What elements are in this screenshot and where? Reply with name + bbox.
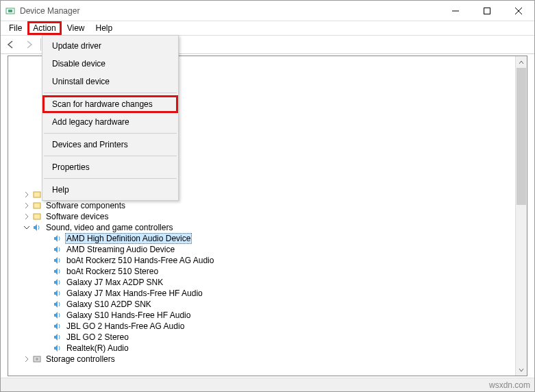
tree-device[interactable]: Galaxy J7 Max A2DP SNK xyxy=(8,277,527,288)
menu-devices-printers[interactable]: Devices and Printers xyxy=(42,136,178,154)
device-category-icon xyxy=(32,189,42,200)
chevron-right-icon[interactable] xyxy=(22,202,32,209)
tree-device[interactable]: AMD High Definition Audio Device xyxy=(8,233,527,244)
back-button[interactable] xyxy=(3,37,18,52)
tree-device[interactable]: boAt Rockerz 510 Hands-Free AG Audio xyxy=(8,255,527,266)
menu-file[interactable]: File xyxy=(3,22,27,34)
menu-separator xyxy=(44,93,177,93)
speaker-icon xyxy=(52,266,63,277)
device-label: Galaxy S10 A2DP SNK xyxy=(65,299,153,309)
category-label: Software components xyxy=(45,201,127,210)
window-title: Device Manager xyxy=(20,6,440,16)
tree-category[interactable]: Software devices xyxy=(8,211,527,222)
speaker-icon xyxy=(52,255,63,266)
tree-device[interactable]: Galaxy J7 Max Hands-Free HF Audio xyxy=(8,288,527,299)
titlebar: Device Manager xyxy=(1,1,534,21)
menu-scan-hardware[interactable]: Scan for hardware changes xyxy=(42,95,178,113)
category-label: Storage controllers xyxy=(45,354,116,364)
speaker-icon xyxy=(52,244,63,255)
speaker-icon xyxy=(52,310,63,321)
device-label: Realtek(R) Audio xyxy=(65,343,130,353)
menu-help[interactable]: Help xyxy=(90,22,119,34)
device-category-icon xyxy=(32,211,42,222)
action-dropdown: Update driver Disable device Uninstall d… xyxy=(42,35,179,201)
speaker-icon xyxy=(52,332,63,343)
scroll-down-button[interactable] xyxy=(516,364,527,376)
menu-separator xyxy=(44,156,177,156)
chevron-down-icon[interactable] xyxy=(22,224,32,231)
window-controls xyxy=(440,1,534,21)
speaker-icon xyxy=(52,288,63,299)
device-label: AMD High Definition Audio Device xyxy=(65,233,192,244)
device-label: JBL GO 2 Stereo xyxy=(65,332,130,342)
speaker-icon xyxy=(52,321,63,332)
menubar: File Action View Help xyxy=(1,21,534,35)
svg-point-10 xyxy=(36,358,38,360)
tree-device[interactable]: AMD Streaming Audio Device xyxy=(8,244,527,255)
storage-category-icon xyxy=(32,354,42,365)
toolbar-separator xyxy=(40,38,41,51)
svg-rect-6 xyxy=(34,192,40,197)
tree-category-expanded[interactable]: Sound, video and game controllers xyxy=(8,222,527,233)
speaker-icon xyxy=(52,343,63,354)
menu-view[interactable]: View xyxy=(62,22,90,34)
svg-rect-7 xyxy=(34,203,40,208)
svg-rect-3 xyxy=(484,8,490,14)
status-text: wsxdn.com xyxy=(489,380,530,390)
minimize-button[interactable] xyxy=(440,1,471,21)
menu-add-legacy[interactable]: Add legacy hardware xyxy=(42,113,178,131)
vertical-scrollbar[interactable] xyxy=(515,56,527,376)
speaker-icon xyxy=(52,233,63,244)
scroll-thumb[interactable] xyxy=(517,68,526,205)
tree-device[interactable]: JBL GO 2 Hands-Free AG Audio xyxy=(8,321,527,332)
sound-category-icon xyxy=(32,222,42,233)
tree-device[interactable]: JBL GO 2 Stereo xyxy=(8,332,527,343)
device-label: Galaxy S10 Hands-Free HF Audio xyxy=(65,310,192,320)
statusbar: wsxdn.com xyxy=(1,378,534,391)
device-label: Galaxy J7 Max A2DP SNK xyxy=(65,278,164,287)
app-icon xyxy=(5,5,16,16)
chevron-right-icon[interactable] xyxy=(22,356,32,363)
device-label: boAt Rockerz 510 Stereo xyxy=(65,267,160,276)
tree-device[interactable]: boAt Rockerz 510 Stereo xyxy=(8,266,527,277)
device-category-icon xyxy=(32,200,42,211)
forward-button[interactable] xyxy=(21,37,36,52)
device-label: Galaxy J7 Max Hands-Free HF Audio xyxy=(65,289,204,298)
device-label: boAt Rockerz 510 Hands-Free AG Audio xyxy=(65,256,215,265)
menu-uninstall-device[interactable]: Uninstall device xyxy=(42,73,178,90)
device-label: AMD Streaming Audio Device xyxy=(65,245,176,254)
tree-device[interactable]: Realtek(R) Audio xyxy=(8,343,527,354)
menu-update-driver[interactable]: Update driver xyxy=(42,37,178,55)
tree-device[interactable]: Galaxy S10 Hands-Free HF Audio xyxy=(8,310,527,321)
tree-device[interactable]: Galaxy S10 A2DP SNK xyxy=(8,299,527,310)
menu-properties[interactable]: Properties xyxy=(42,158,178,176)
menu-separator xyxy=(44,133,177,134)
chevron-right-icon[interactable] xyxy=(22,191,32,198)
speaker-icon xyxy=(52,299,63,310)
chevron-right-icon[interactable] xyxy=(22,213,32,220)
scroll-up-button[interactable] xyxy=(516,56,527,68)
svg-rect-8 xyxy=(34,214,40,219)
maximize-button[interactable] xyxy=(471,1,503,21)
tree-category[interactable]: Storage controllers xyxy=(8,354,527,365)
speaker-icon xyxy=(52,277,63,288)
menu-help-item[interactable]: Help xyxy=(42,181,178,199)
category-label: Sound, video and game controllers xyxy=(45,223,174,232)
category-label: Software devices xyxy=(45,212,110,221)
menu-action[interactable]: Action xyxy=(27,21,61,35)
menu-disable-device[interactable]: Disable device xyxy=(42,55,178,73)
close-button[interactable] xyxy=(503,1,534,21)
menu-separator xyxy=(44,178,177,179)
svg-rect-1 xyxy=(8,10,12,12)
tree-category[interactable]: Software components xyxy=(8,200,527,211)
device-label: JBL GO 2 Hands-Free AG Audio xyxy=(65,321,186,331)
